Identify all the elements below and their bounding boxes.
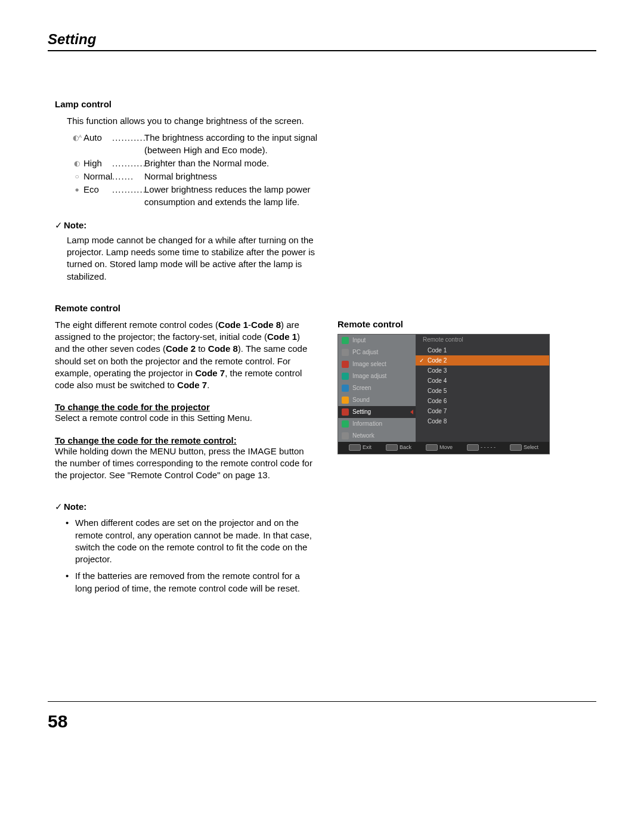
code-row-4[interactable]: Code 4 bbox=[416, 376, 549, 386]
osd-footer-exit: Exit bbox=[349, 444, 371, 451]
lamp-eco-label: Eco bbox=[83, 184, 112, 196]
lamp-control-heading: Lamp control bbox=[55, 99, 596, 109]
osd-item-information[interactable]: Information bbox=[338, 418, 416, 430]
lamp-high-desc: Brighter than the Normal mode. bbox=[144, 157, 347, 169]
osd-footer-move: Move bbox=[426, 444, 453, 451]
osd-menu: Input PC adjust Image select Image adjus… bbox=[338, 334, 550, 454]
lamp-high-dots: ........... bbox=[112, 157, 144, 169]
code-row-7[interactable]: Code 7 bbox=[416, 406, 549, 416]
change-code-remote-body: While holding down the MENU button, pres… bbox=[55, 445, 317, 482]
remote-intro-para: The eight different remote control codes… bbox=[55, 319, 317, 392]
pc-adjust-icon bbox=[342, 349, 349, 356]
lamp-eco-dots: ............ bbox=[112, 184, 144, 196]
note-2-bullets: When different codes are set on the proj… bbox=[68, 517, 317, 594]
osd-footer: Exit Back Move - - - - - Select bbox=[338, 442, 549, 454]
osd-item-sound[interactable]: Sound bbox=[338, 394, 416, 406]
input-icon bbox=[342, 337, 349, 344]
setting-icon bbox=[342, 408, 349, 416]
lamp-auto-label: Auto bbox=[83, 132, 112, 144]
remote-block: The eight different remote control codes… bbox=[55, 319, 596, 599]
lamp-normal-desc: Normal brightness bbox=[144, 171, 347, 182]
code-row-2[interactable]: Code 2 bbox=[416, 355, 549, 366]
osd-sidebar: Input PC adjust Image select Image adjus… bbox=[338, 335, 416, 442]
code-row-8[interactable]: Code 8 bbox=[416, 416, 549, 426]
lamp-high-icon: ◐ bbox=[70, 157, 83, 168]
note-1-label: Note: bbox=[64, 220, 86, 230]
page: Setting Lamp control This function allow… bbox=[0, 0, 644, 833]
note-2-heading: ✓Note: bbox=[55, 501, 317, 512]
lamp-normal-label: Normal bbox=[83, 171, 112, 182]
remote-text-column: The eight different remote control codes… bbox=[55, 319, 317, 599]
lamp-auto-desc: The brightness according to the input si… bbox=[144, 132, 347, 156]
code-row-3[interactable]: Code 3 bbox=[416, 366, 549, 376]
osd-footer-back: Back bbox=[386, 444, 411, 451]
remote-control-heading: Remote control bbox=[55, 303, 596, 313]
page-number: 58 bbox=[48, 711, 67, 732]
osd-item-pc-adjust[interactable]: PC adjust bbox=[338, 346, 416, 358]
note-2-bullet-2: If the batteries are removed from the re… bbox=[68, 570, 317, 594]
note-2-bullet-1: When different codes are set on the proj… bbox=[68, 517, 317, 565]
change-code-projector-body: Select a remote control code in this Set… bbox=[55, 412, 317, 424]
note-2-label: Note: bbox=[64, 501, 86, 512]
osd-item-input[interactable]: Input bbox=[338, 335, 416, 346]
code-row-1[interactable]: Code 1 bbox=[416, 345, 549, 355]
note-1-heading: ✓Note: bbox=[55, 220, 596, 231]
network-icon bbox=[342, 432, 349, 439]
lamp-normal-dots: ....... bbox=[112, 171, 144, 182]
footer-rule bbox=[48, 701, 596, 702]
osd-item-image-adjust[interactable]: Image adjust bbox=[338, 370, 416, 382]
osd-panel-title: Remote control bbox=[416, 335, 549, 345]
lamp-row-eco: ● Eco ............ Lower brightness redu… bbox=[70, 184, 596, 208]
code-row-6[interactable]: Code 6 bbox=[416, 396, 549, 406]
lamp-auto-dots: ........... bbox=[112, 132, 144, 144]
osd-footer-dashes: - - - - - bbox=[467, 444, 496, 451]
lamp-mode-list: ◐ᴬ Auto ........... The brightness accor… bbox=[70, 132, 596, 208]
section-title: Setting bbox=[48, 31, 596, 51]
lamp-auto-icon: ◐ᴬ bbox=[70, 132, 83, 143]
change-code-projector-heading: To change the code for the projector bbox=[55, 402, 317, 412]
check-icon: ✓ bbox=[55, 501, 63, 512]
image-adjust-icon bbox=[342, 373, 349, 380]
osd-panel: Remote control Code 1 Code 2 Code 3 Code… bbox=[416, 335, 549, 442]
osd-item-setting[interactable]: Setting bbox=[338, 406, 416, 418]
lamp-row-normal: ○ Normal ....... Normal brightness bbox=[70, 171, 596, 182]
information-icon bbox=[342, 420, 349, 428]
check-icon: ✓ bbox=[55, 220, 63, 230]
lamp-normal-icon: ○ bbox=[70, 171, 83, 181]
change-code-remote-heading: To change the code for the remote contro… bbox=[55, 435, 317, 445]
osd-item-network[interactable]: Network bbox=[338, 430, 416, 442]
lamp-eco-desc: Lower brightness reduces the lamp power … bbox=[144, 184, 347, 208]
code-row-5[interactable]: Code 5 bbox=[416, 386, 549, 396]
remote-control-figure: Remote control Input PC adjust Image sel… bbox=[338, 319, 550, 454]
note-1-body: Lamp mode cannot be changed for a while … bbox=[67, 234, 317, 283]
screen-icon bbox=[342, 385, 349, 392]
lamp-row-auto: ◐ᴬ Auto ........... The brightness accor… bbox=[70, 132, 596, 156]
image-select-icon bbox=[342, 361, 349, 368]
osd-item-screen[interactable]: Screen bbox=[338, 382, 416, 394]
lamp-eco-icon: ● bbox=[70, 184, 83, 194]
osd-item-image-select[interactable]: Image select bbox=[338, 358, 416, 370]
lamp-row-high: ◐ High ........... Brighter than the Nor… bbox=[70, 157, 596, 169]
lamp-intro: This function allows you to change brigh… bbox=[67, 115, 596, 127]
lamp-high-label: High bbox=[83, 157, 112, 169]
osd-footer-select: Select bbox=[510, 444, 538, 451]
sound-icon bbox=[342, 397, 349, 404]
figure-title: Remote control bbox=[338, 319, 550, 329]
content-column: Lamp control This function allows you to… bbox=[48, 99, 596, 599]
